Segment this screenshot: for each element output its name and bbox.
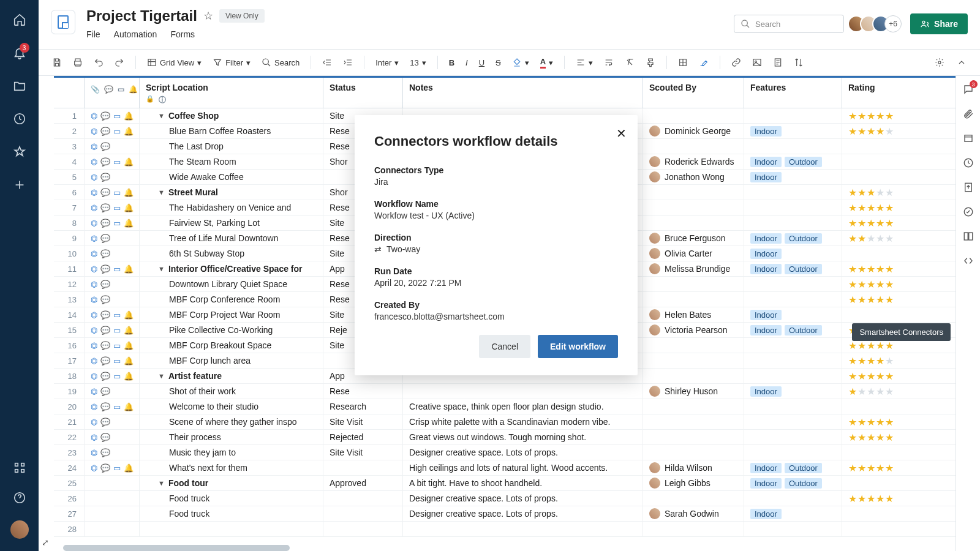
- add-icon[interactable]: [12, 178, 27, 192]
- cancel-button[interactable]: Cancel: [479, 335, 530, 358]
- view-dropdown[interactable]: Grid View▾: [143, 55, 205, 70]
- home-icon[interactable]: [12, 12, 27, 27]
- link-icon[interactable]: [728, 55, 745, 70]
- summary-icon[interactable]: [962, 206, 974, 218]
- sheet-icon[interactable]: [51, 10, 75, 34]
- toolbar: Grid View▾ Filter▾ Search Inter▾ 13▾ B I…: [39, 49, 980, 76]
- user-avatar[interactable]: [10, 520, 29, 539]
- fillcolor-button[interactable]: ▾: [508, 55, 533, 70]
- clear-format-icon[interactable]: [621, 55, 638, 70]
- close-icon[interactable]: ✕: [616, 126, 627, 141]
- connectors-icon[interactable]: [962, 255, 974, 267]
- proof-icon: ▭: [118, 85, 124, 94]
- bold-button[interactable]: B: [445, 56, 458, 70]
- header: Project Tigertail ☆ View Only File Autom…: [39, 0, 980, 49]
- recent-icon[interactable]: [12, 111, 27, 126]
- menu-automation[interactable]: Automation: [114, 29, 157, 39]
- reorder-icon[interactable]: [790, 55, 807, 70]
- image-icon[interactable]: [748, 55, 766, 70]
- svg-rect-8: [148, 59, 156, 66]
- settings-icon[interactable]: [931, 55, 948, 70]
- notification-badge: 3: [20, 43, 29, 53]
- borders-icon[interactable]: [674, 55, 692, 70]
- menu-file[interactable]: File: [86, 29, 100, 39]
- save-icon[interactable]: [48, 55, 66, 70]
- share-button[interactable]: Share: [910, 13, 968, 34]
- indent-icon[interactable]: [339, 55, 356, 70]
- global-search[interactable]: Search: [734, 15, 844, 33]
- collaborator-avatars[interactable]: +6: [853, 15, 902, 32]
- proofs-icon[interactable]: [962, 132, 974, 144]
- redo-icon[interactable]: [111, 55, 128, 70]
- lock-icon: 🔒: [146, 95, 154, 105]
- favorite-star-icon[interactable]: ☆: [203, 9, 213, 23]
- attachments-icon[interactable]: [962, 108, 974, 120]
- col-status[interactable]: Status: [330, 83, 396, 92]
- underline-button[interactable]: U: [475, 56, 488, 70]
- publish-icon[interactable]: [962, 181, 974, 193]
- conversations-icon[interactable]: 3: [962, 83, 974, 96]
- textcolor-button[interactable]: A▾: [537, 54, 557, 71]
- col-script-location[interactable]: Script Location: [146, 83, 317, 92]
- collapse-icon[interactable]: [953, 55, 970, 70]
- highlight-icon[interactable]: [695, 55, 712, 70]
- wrap-button[interactable]: [600, 55, 617, 70]
- strike-button[interactable]: S: [492, 56, 505, 70]
- font-select[interactable]: Inter▾: [372, 56, 402, 70]
- info-icon: ⓘ: [159, 95, 166, 105]
- table-row[interactable]: 25▼Food tourApprovedA bit tight. Have to…: [54, 476, 956, 491]
- outdent-icon[interactable]: [318, 55, 336, 70]
- attachment-icon: 📎: [91, 85, 100, 94]
- people-icon: [920, 19, 930, 29]
- connectors-tooltip: Smartsheet Connectors: [852, 323, 951, 341]
- svg-rect-4: [21, 470, 24, 473]
- modal-title: Connectors workflow details: [374, 133, 618, 149]
- form-icon[interactable]: [769, 55, 786, 70]
- svg-point-6: [742, 20, 747, 26]
- edit-workflow-button[interactable]: Edit workflow: [538, 335, 618, 358]
- table-row[interactable]: 28: [54, 522, 956, 537]
- table-row[interactable]: 23⏣💬Music they jam toSite VisitDesigner …: [54, 445, 956, 460]
- workflow-details-modal: ✕ Connectors workflow details Connectors…: [355, 115, 638, 375]
- menu-forms[interactable]: Forms: [170, 29, 195, 39]
- help-icon[interactable]: [12, 490, 27, 505]
- undo-icon[interactable]: [90, 55, 107, 70]
- table-row[interactable]: 21⏣💬Scene of where they gather inspoSite…: [54, 414, 956, 430]
- horizontal-scrollbar[interactable]: [63, 545, 290, 551]
- table-row[interactable]: 26Food truckDesigner creative space. Lot…: [54, 491, 956, 506]
- star-icon[interactable]: [12, 144, 27, 159]
- filter-button[interactable]: Filter▾: [209, 55, 254, 70]
- table-row[interactable]: 27Food truckDesigner creative space. Lot…: [54, 506, 956, 522]
- folder-icon[interactable]: [12, 78, 27, 93]
- svg-rect-19: [964, 233, 968, 240]
- right-rail: 3: [956, 76, 980, 551]
- fontsize-select[interactable]: 13▾: [406, 56, 429, 70]
- column-headers: 📎💬▭🔔 Script Location🔒ⓘ Status Notes Scou…: [54, 78, 956, 108]
- left-navigation: 3: [0, 0, 39, 551]
- svg-point-7: [922, 21, 925, 23]
- svg-rect-20: [968, 233, 972, 240]
- table-row[interactable]: 24⏣💬▭🔔What's next for themHigh ceilings …: [54, 460, 956, 476]
- italic-button[interactable]: I: [462, 56, 472, 70]
- more-count: +6: [884, 15, 902, 32]
- comment-icon: 💬: [104, 85, 113, 94]
- reminder-icon: 🔔: [129, 85, 138, 94]
- toolbar-search[interactable]: Search: [258, 55, 303, 70]
- apps-icon[interactable]: [12, 460, 27, 475]
- align-button[interactable]: ▾: [572, 55, 597, 70]
- table-row[interactable]: 22⏣💬Their processRejectedGreat views out…: [54, 430, 956, 445]
- print-icon[interactable]: [69, 55, 86, 70]
- format-painter-icon[interactable]: [642, 55, 659, 70]
- search-placeholder: Search: [755, 20, 780, 29]
- table-row[interactable]: 19⏣💬Shot of their workReseShirley HusonI…: [54, 384, 956, 399]
- col-notes[interactable]: Notes: [409, 83, 636, 92]
- col-rating[interactable]: Rating: [848, 83, 946, 92]
- workapps-icon[interactable]: [962, 230, 974, 242]
- col-scouted-by[interactable]: Scouted By: [649, 83, 737, 92]
- bell-icon[interactable]: 3: [12, 45, 27, 60]
- activity-log-icon[interactable]: [962, 157, 974, 169]
- expand-icon[interactable]: ⤢: [42, 538, 49, 547]
- col-features[interactable]: Features: [750, 83, 835, 92]
- page-title: Project Tigertail: [86, 7, 197, 24]
- table-row[interactable]: 20⏣💬▭🔔Welcome to their studioResearchCre…: [54, 399, 956, 414]
